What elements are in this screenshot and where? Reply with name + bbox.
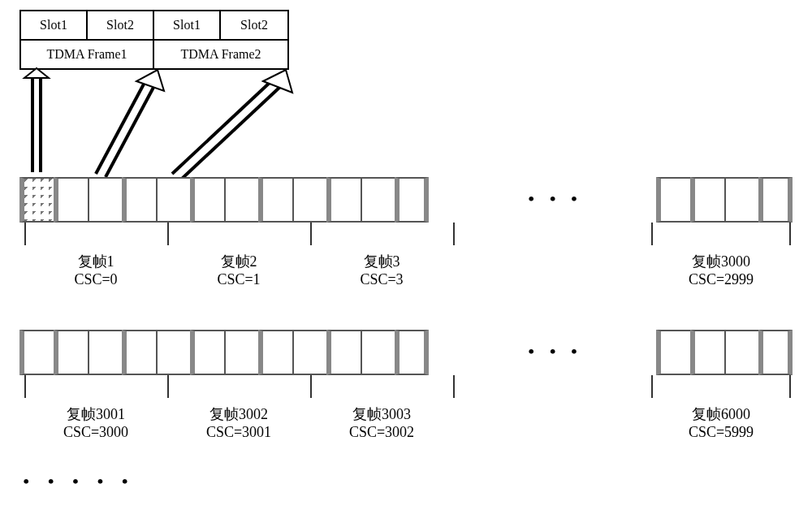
slot-cell: [292, 330, 326, 375]
slot-cell: [190, 177, 224, 223]
mf-label-3000: 复帧3000 CSC=2999: [689, 252, 754, 288]
slot-cell: [724, 177, 758, 223]
tick: [789, 223, 791, 245]
slot-cell: [758, 330, 793, 375]
slot-cell: [395, 330, 429, 375]
slot-cell: [54, 330, 88, 375]
svg-line-7: [182, 86, 281, 179]
tick: [651, 375, 653, 398]
slot-cell: [156, 177, 190, 223]
ellipsis-row1: • • •: [528, 188, 582, 210]
slot-cell: [88, 330, 122, 375]
slot-cell: [122, 177, 156, 223]
mf-label-3001: 复帧3001 CSC=3000: [63, 404, 128, 441]
slot-cell: [690, 177, 724, 223]
tick: [651, 223, 653, 245]
tick: [24, 223, 26, 245]
slot-cell: [258, 177, 292, 223]
svg-line-6: [172, 81, 271, 174]
arrow-1: [23, 68, 55, 177]
tick: [310, 223, 312, 245]
tdma-slot2a: Slot2: [88, 11, 154, 39]
mf-group-right-row1: [656, 177, 793, 223]
mf-label-3002: 复帧3002 CSC=3001: [206, 404, 271, 441]
tick: [453, 375, 455, 398]
slot-cell: [88, 177, 122, 223]
slot-cell: [19, 177, 54, 223]
mf-label-6000: 复帧6000 CSC=5999: [689, 404, 754, 441]
mf-row-2: [19, 330, 793, 375]
svg-line-4: [106, 83, 156, 177]
slot-cell: [690, 330, 724, 375]
slot-cell: [758, 177, 793, 223]
slot-cell: [724, 330, 758, 375]
mf-label-1: 复帧1 CSC=0: [74, 252, 117, 288]
tdma-slot2b: Slot2: [221, 11, 287, 39]
arrow-2: [89, 68, 179, 180]
slot-cell: [54, 177, 88, 223]
slot-cell: [326, 177, 361, 223]
svg-line-3: [96, 80, 146, 174]
arrow-3: [169, 68, 307, 180]
mf-group-left-row2: [19, 330, 429, 375]
mf-label-2: 复帧2 CSC=1: [217, 252, 260, 288]
slot-cell: [361, 177, 395, 223]
tick: [310, 375, 312, 398]
tick: [789, 375, 791, 398]
slot-cell: [361, 330, 395, 375]
slot-cell: [258, 330, 292, 375]
tdma-slot1a: Slot1: [21, 11, 88, 39]
mf-row-1: [19, 177, 793, 223]
mf-label-3003: 复帧3003 CSC=3002: [349, 404, 414, 441]
slot-cell: [656, 330, 690, 375]
slot-cell: [190, 330, 224, 375]
tick: [453, 223, 455, 245]
slot-cell: [224, 330, 258, 375]
tick: [24, 375, 26, 398]
slot-cell: [292, 177, 326, 223]
slot-cell: [395, 177, 429, 223]
slot-cell: [122, 330, 156, 375]
slot-cell: [19, 330, 54, 375]
slot-cell: [656, 177, 690, 223]
slot-cell: [224, 177, 258, 223]
slot-cell: [156, 330, 190, 375]
tdma-frame-box: Slot1 Slot2 Slot1 Slot2 TDMA Frame1 TDMA…: [19, 10, 289, 70]
ellipsis-row2: • • •: [528, 341, 582, 363]
mf-label-3: 复帧3 CSC=3: [360, 252, 403, 288]
slot-cell: [326, 330, 361, 375]
svg-marker-2: [24, 68, 49, 78]
tdma-frame2-label: TDMA Frame2: [154, 39, 287, 68]
tdma-slot1b: Slot1: [154, 11, 221, 39]
mf-group-left-row1: [19, 177, 429, 223]
ellipsis-trailing: • • • • •: [23, 471, 135, 493]
mf-group-right-row2: [656, 330, 793, 375]
tdma-frame1-label: TDMA Frame1: [21, 39, 154, 68]
tick: [167, 223, 169, 245]
tick: [167, 375, 169, 398]
